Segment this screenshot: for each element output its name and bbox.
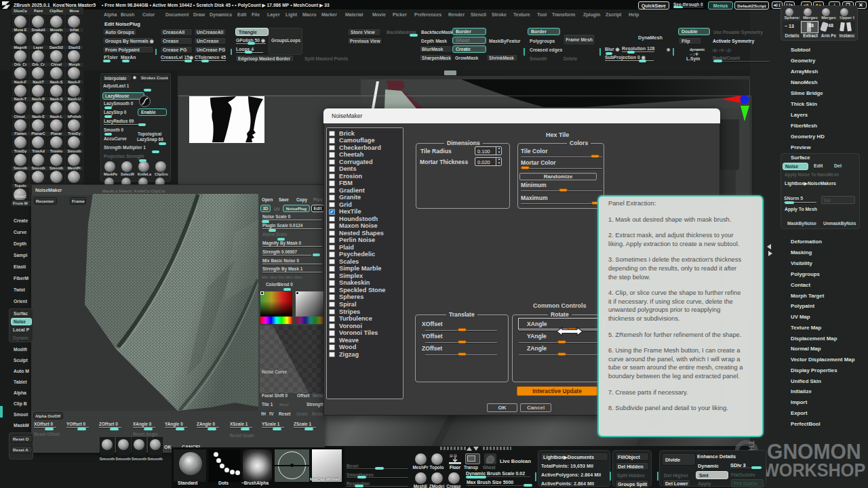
- svg-text:▤ ▤: ▤ ▤: [450, 453, 457, 458]
